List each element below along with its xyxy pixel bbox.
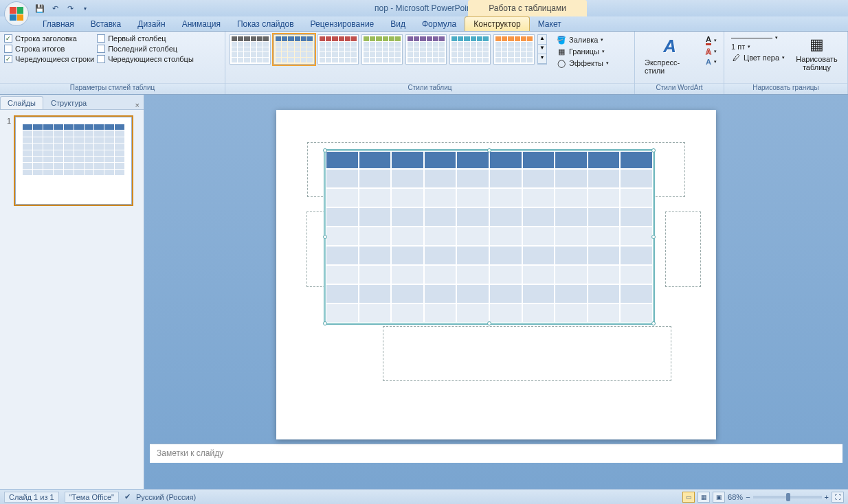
table-object[interactable] bbox=[324, 150, 654, 324]
tab-review[interactable]: Рецензирование bbox=[302, 16, 383, 31]
right-placeholder[interactable] bbox=[665, 211, 701, 287]
status-slide: Слайд 1 из 1 bbox=[4, 492, 59, 503]
opt-banded-cols-label: Чередующиеся столбцы bbox=[108, 55, 194, 63]
opt-banded-rows-label: Чередующиеся строки bbox=[15, 55, 94, 63]
zoom-in-button[interactable]: + bbox=[825, 493, 829, 501]
title-bar: 💾 ↶ ↷ ▼ пор - Microsoft PowerPoint Работ… bbox=[0, 0, 848, 16]
wordart-icon: A bbox=[663, 36, 676, 57]
window-title: пор - Microsoft PowerPoint bbox=[375, 3, 473, 13]
borders-button[interactable]: ▦Границы▾ bbox=[554, 46, 612, 57]
gallery-more-icon[interactable]: ▾ bbox=[538, 54, 546, 64]
pen-icon: 🖊 bbox=[731, 53, 741, 62]
opt-header-row[interactable]: ✓Строка заголовка bbox=[4, 34, 94, 43]
save-icon[interactable]: 💾 bbox=[33, 2, 47, 14]
text-outline-icon: A bbox=[706, 47, 711, 56]
panel-tabs: Слайды Структура × bbox=[0, 95, 144, 110]
tab-constructor[interactable]: Конструктор bbox=[465, 16, 529, 31]
effects-button[interactable]: ◯Эффекты▾ bbox=[554, 58, 612, 69]
tab-design[interactable]: Дизайн bbox=[129, 16, 173, 31]
status-theme: "Тема Office" bbox=[65, 492, 119, 503]
opt-last-col[interactable]: Последний столбец bbox=[97, 45, 194, 53]
sorter-view-button[interactable]: ▦ bbox=[698, 492, 710, 503]
draw-table-label: Нарисовать таблицу bbox=[796, 55, 838, 71]
table-style-4[interactable] bbox=[405, 34, 447, 65]
gallery-down-icon[interactable]: ▼ bbox=[538, 45, 546, 54]
draw-table-button[interactable]: ▦ Нарисовать таблицу bbox=[790, 34, 843, 73]
table-style-5[interactable] bbox=[449, 34, 491, 65]
slide-canvas[interactable] bbox=[276, 110, 716, 439]
text-fill-icon: A bbox=[706, 35, 711, 45]
text-effects-button[interactable]: A▾ bbox=[703, 57, 719, 67]
qat-dropdown-icon[interactable]: ▼ bbox=[78, 2, 92, 14]
slide-number: 1 bbox=[7, 117, 11, 205]
pen-style-button[interactable]: ▾ bbox=[728, 34, 788, 41]
opt-total-row[interactable]: Строка итогов bbox=[4, 45, 94, 53]
opt-header-row-label: Строка заголовка bbox=[15, 34, 77, 43]
panel-tab-slides[interactable]: Слайды bbox=[0, 96, 43, 109]
table-style-2[interactable] bbox=[317, 34, 359, 65]
office-button[interactable] bbox=[4, 1, 29, 26]
ribbon-tabs: Главная Вставка Дизайн Анимация Показ сл… bbox=[0, 16, 848, 32]
gallery-up-icon[interactable]: ▲ bbox=[538, 35, 546, 45]
office-logo-icon bbox=[10, 7, 23, 21]
bucket-icon: 🪣 bbox=[557, 35, 566, 45]
opt-banded-cols[interactable]: Чередующиеся столбцы bbox=[97, 55, 194, 63]
tab-formula[interactable]: Формула bbox=[414, 16, 465, 31]
slide-thumbnail-1[interactable] bbox=[15, 117, 132, 205]
normal-view-button[interactable]: ▭ bbox=[682, 492, 695, 503]
text-fill-button[interactable]: A▾ bbox=[703, 34, 719, 46]
tab-view[interactable]: Вид bbox=[382, 16, 414, 31]
borders-icon: ▦ bbox=[557, 47, 566, 56]
group-label-draw: Нарисовать границы bbox=[724, 83, 847, 94]
pen-weight-button[interactable]: 1 пт▾ bbox=[728, 42, 788, 51]
opt-last-col-label: Последний столбец bbox=[108, 45, 177, 53]
pen-color-button[interactable]: 🖊Цвет пера▾ bbox=[728, 52, 788, 63]
opt-total-row-label: Строка итогов bbox=[15, 45, 65, 53]
group-label-options: Параметры стилей таблиц bbox=[0, 83, 225, 94]
fit-window-button[interactable]: ⛶ bbox=[832, 492, 844, 503]
spellcheck-icon[interactable]: ✔ bbox=[124, 492, 131, 501]
tab-slideshow[interactable]: Показ слайдов bbox=[229, 16, 302, 31]
group-label-wordart: Стили WordArt bbox=[635, 83, 724, 94]
table-style-0[interactable] bbox=[230, 34, 271, 65]
status-language[interactable]: Русский (Россия) bbox=[136, 493, 196, 501]
quick-styles-button[interactable]: A Экспресс-стили bbox=[639, 34, 700, 76]
panel-close-button[interactable]: × bbox=[131, 101, 144, 109]
slide-area: Заметки к слайду bbox=[144, 95, 848, 489]
zoom-value[interactable]: 68% bbox=[728, 493, 743, 501]
draw-table-icon: ▦ bbox=[810, 36, 824, 54]
group-label-styles: Стили таблиц bbox=[225, 83, 634, 94]
quick-styles-label: Экспресс-стили bbox=[645, 58, 695, 75]
zoom-slider[interactable] bbox=[753, 496, 822, 499]
gallery-scroll: ▲ ▼ ▾ bbox=[537, 34, 547, 65]
opt-first-col-label: Первый столбец bbox=[108, 34, 166, 43]
slide-thumbnails: 1 bbox=[0, 110, 144, 489]
notes-area[interactable]: Заметки к слайду bbox=[150, 444, 843, 463]
slideshow-view-button[interactable]: ▣ bbox=[713, 492, 725, 503]
tab-insert[interactable]: Вставка bbox=[82, 16, 130, 31]
effects-label: Эффекты bbox=[569, 59, 603, 67]
pen-color-label: Цвет пера bbox=[744, 54, 779, 62]
tab-layout[interactable]: Макет bbox=[530, 16, 570, 31]
opt-banded-rows[interactable]: ✓Чередующиеся строки bbox=[4, 55, 94, 63]
opt-first-col[interactable]: Первый столбец bbox=[97, 34, 194, 43]
slides-panel: Слайды Структура × 1 bbox=[0, 95, 144, 489]
tab-home[interactable]: Главная bbox=[34, 16, 82, 31]
undo-icon[interactable]: ↶ bbox=[48, 2, 62, 14]
workspace: Слайды Структура × 1 bbox=[0, 95, 848, 489]
pen-weight-label: 1 пт bbox=[731, 43, 745, 51]
redo-icon[interactable]: ↷ bbox=[63, 2, 77, 14]
contextual-tab-label: Работа с таблицами bbox=[468, 0, 587, 16]
table-style-1[interactable] bbox=[274, 34, 315, 65]
status-bar: Слайд 1 из 1 "Тема Office" ✔ Русский (Ро… bbox=[0, 489, 848, 504]
bottom-placeholder[interactable] bbox=[383, 326, 671, 381]
table-style-6[interactable] bbox=[493, 34, 535, 65]
text-effects-icon: A bbox=[706, 58, 711, 66]
zoom-out-button[interactable]: − bbox=[746, 493, 750, 501]
text-outline-button[interactable]: A▾ bbox=[703, 47, 719, 56]
panel-tab-outline[interactable]: Структура bbox=[43, 96, 94, 109]
ribbon: ✓Строка заголовка Строка итогов ✓Чередую… bbox=[0, 32, 848, 95]
tab-animation[interactable]: Анимация bbox=[174, 16, 229, 31]
fill-button[interactable]: 🪣Заливка▾ bbox=[554, 34, 612, 45]
table-style-3[interactable] bbox=[361, 34, 403, 65]
